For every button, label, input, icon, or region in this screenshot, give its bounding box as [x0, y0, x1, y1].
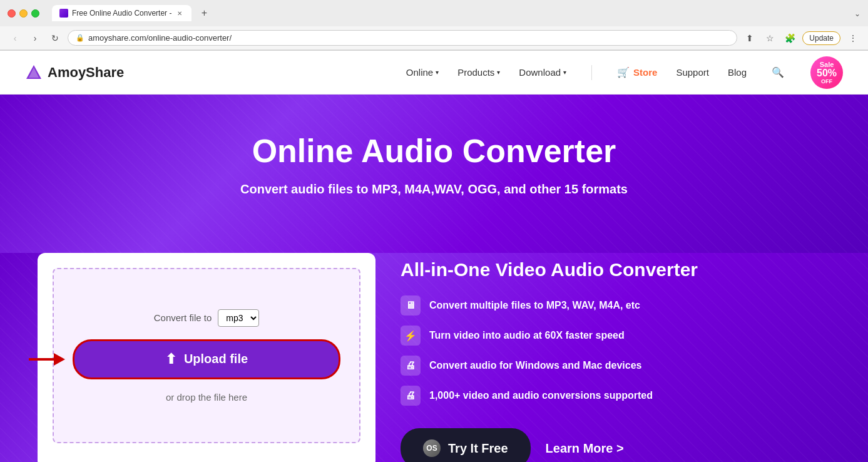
- content-area: Convert file to mp3 m4a wav ogg flac aac: [0, 253, 868, 462]
- format-select[interactable]: mp3 m4a wav ogg flac aac: [218, 309, 259, 327]
- feature-item-3: 🖨 Convert audio for Windows and Mac devi…: [401, 356, 830, 376]
- feature-icon-1: 🖥: [401, 295, 421, 316]
- address-text: amoyshare.com/online-audio-converter/: [88, 33, 729, 43]
- nav-products[interactable]: Products: [457, 67, 500, 78]
- hero-section: Online Audio Converter Convert audio fil…: [0, 95, 868, 253]
- feature-item-4: 🖨 1,000+ video and audio conversions sup…: [401, 386, 830, 406]
- upload-label: Upload file: [184, 352, 248, 366]
- new-tab-button[interactable]: +: [197, 6, 212, 21]
- back-button[interactable]: ‹: [8, 31, 23, 46]
- active-tab[interactable]: Free Online Audio Converter - ✕: [52, 5, 191, 21]
- nav-blog[interactable]: Blog: [728, 67, 747, 78]
- upload-icon: ⬆: [165, 351, 176, 367]
- upload-btn-wrapper: ⬆ Upload file: [73, 339, 340, 379]
- feature-item-2: ⚡ Turn video into audio at 60X faster sp…: [401, 326, 830, 346]
- panel-title: All-in-One Video Audio Converter: [401, 259, 830, 280]
- tab-title: Free Online Audio Converter -: [72, 9, 171, 18]
- arrow-head: [54, 353, 65, 366]
- logo-text: AmoyShare: [48, 64, 124, 81]
- browser-chrome: Free Online Audio Converter - ✕ + ⌄ ‹ › …: [0, 0, 868, 51]
- sale-percent: 50%: [817, 68, 837, 78]
- try-free-label: Try It Free: [448, 441, 508, 456]
- feature-icon-3: 🖨: [401, 356, 421, 376]
- hero-subtitle: Convert audio files to MP3, M4A,WAV, OGG…: [25, 182, 843, 197]
- converter-inner: Convert file to mp3 m4a wav ogg flac aac: [53, 268, 360, 443]
- toolbar-actions: ⬆ ☆ 🧩 Update ⋮: [742, 31, 860, 46]
- browser-titlebar: Free Online Audio Converter - ✕ + ⌄: [0, 0, 868, 26]
- nav-store[interactable]: 🛒 Store: [617, 66, 657, 78]
- hero-title: Online Audio Converter: [25, 132, 843, 170]
- close-button[interactable]: [8, 9, 16, 18]
- drop-text: or drop the file here: [166, 392, 247, 403]
- arrow-indicator: [29, 353, 65, 366]
- features-list: 🖥 Convert multiple files to MP3, WAV, M4…: [401, 295, 830, 406]
- browser-toolbar: ‹ › ↻ 🔒 amoyshare.com/online-audio-conve…: [0, 26, 868, 50]
- window-controls: ⌄: [854, 8, 860, 19]
- nav-download[interactable]: Download: [519, 67, 566, 78]
- sale-badge[interactable]: Sale 50% OFF: [810, 56, 843, 89]
- nav-links: Online Products Download 🛒 Store Support…: [406, 56, 843, 89]
- converter-box: Convert file to mp3 m4a wav ogg flac aac: [38, 253, 375, 462]
- learn-more-button[interactable]: Learn More >: [546, 441, 624, 456]
- upload-button[interactable]: ⬆ Upload file: [73, 339, 340, 379]
- traffic-lights: [8, 9, 39, 18]
- convert-label: Convert file to: [154, 312, 212, 323]
- tab-bar: Free Online Audio Converter - ✕ +: [44, 5, 849, 21]
- page-content: AmoyShare Online Products Download 🛒 Sto…: [0, 51, 868, 462]
- store-label: Store: [633, 67, 657, 78]
- bookmark-icon[interactable]: ☆: [762, 31, 777, 46]
- feature-item-1: 🖥 Convert multiple files to MP3, WAV, M4…: [401, 295, 830, 316]
- sale-text: Sale: [820, 61, 834, 68]
- refresh-button[interactable]: ↻: [48, 31, 63, 46]
- nav-online[interactable]: Online: [406, 67, 439, 78]
- feature-text-2: Turn video into audio at 60X faster spee…: [429, 330, 625, 341]
- convert-label-row: Convert file to mp3 m4a wav ogg flac aac: [154, 309, 260, 327]
- nav-support[interactable]: Support: [676, 67, 709, 78]
- share-icon[interactable]: ⬆: [742, 31, 757, 46]
- feature-icon-2: ⚡: [401, 326, 421, 346]
- address-bar[interactable]: 🔒 amoyshare.com/online-audio-converter/: [68, 30, 737, 46]
- lock-icon: 🔒: [76, 34, 84, 42]
- menu-icon[interactable]: ⋮: [845, 31, 860, 46]
- nav-divider: [591, 65, 592, 80]
- extension-icon[interactable]: 🧩: [782, 31, 797, 46]
- os-icon: OS: [423, 439, 441, 457]
- update-button[interactable]: Update: [802, 31, 840, 45]
- search-icon[interactable]: 🔍: [772, 66, 784, 78]
- tab-close-button[interactable]: ✕: [175, 9, 184, 18]
- feature-text-4: 1,000+ video and audio conversions suppo…: [429, 390, 653, 401]
- feature-icon-4: 🖨: [401, 386, 421, 406]
- minimize-button[interactable]: [19, 9, 28, 18]
- navbar: AmoyShare Online Products Download 🛒 Sto…: [0, 51, 868, 95]
- logo-icon: [25, 64, 43, 81]
- window-menu-icon[interactable]: ⌄: [854, 9, 860, 18]
- right-panel: All-in-One Video Audio Converter 🖥 Conve…: [401, 253, 830, 462]
- logo[interactable]: AmoyShare: [25, 64, 124, 81]
- try-free-button[interactable]: OS Try It Free: [401, 428, 531, 462]
- cart-icon: 🛒: [617, 66, 630, 78]
- maximize-button[interactable]: [31, 9, 39, 18]
- feature-text-1: Convert multiple files to MP3, WAV, M4A,…: [429, 300, 640, 311]
- sale-off: OFF: [821, 78, 832, 85]
- tab-favicon: [59, 9, 68, 18]
- feature-text-3: Convert audio for Windows and Mac device…: [429, 360, 641, 371]
- forward-button[interactable]: ›: [28, 31, 43, 46]
- cta-row: OS Try It Free Learn More >: [401, 428, 830, 462]
- arrow-shaft: [29, 358, 54, 361]
